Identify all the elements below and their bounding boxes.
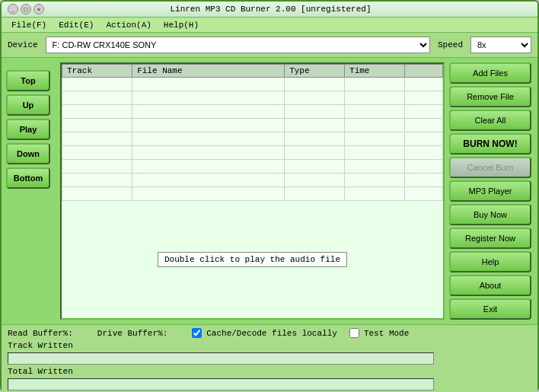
speed-label: Speed [438, 40, 463, 49]
table-row [62, 78, 443, 91]
drive-buffer-label: Drive Buffer%: [97, 329, 167, 338]
about-button[interactable]: About [449, 275, 531, 296]
test-mode-option: Test Mode [349, 328, 409, 338]
play-button[interactable]: Play [6, 119, 50, 140]
buffer-row: Read Buffer%: Drive Buffer%: Cache/Decod… [8, 328, 531, 338]
register-now-button[interactable]: Register Now [449, 228, 531, 249]
left-nav-panel: Top Up Play Down Bottom [6, 62, 56, 320]
help-button[interactable]: Help [449, 251, 531, 272]
speed-select[interactable]: 1x 2x 4x 8x 16x Max [470, 37, 531, 53]
menu-file[interactable]: File(F) [6, 19, 52, 31]
right-action-panel: Add Files Remove File Clear All BURN NOW… [449, 62, 533, 320]
track-written-label: Track Written [8, 341, 531, 350]
add-files-button[interactable]: Add Files [449, 62, 531, 84]
col-extra [405, 65, 443, 78]
title-bar: _ □ × Linren MP3 CD Burner 2.00 [unregis… [2, 2, 537, 18]
exit-button[interactable]: Exit [449, 298, 531, 320]
total-written-label: Total Written [8, 367, 531, 376]
bottom-area: Read Buffer%: Drive Buffer%: Cache/Decod… [2, 324, 537, 392]
table-row [62, 174, 443, 187]
table-row [62, 160, 443, 174]
bottom-button[interactable]: Bottom [6, 167, 50, 189]
read-buffer-label: Read Buffer%: [8, 329, 73, 338]
table-row [62, 119, 443, 132]
col-time: Time [345, 65, 405, 78]
menu-action[interactable]: Action(A) [100, 19, 156, 31]
table-row [62, 132, 443, 146]
maximize-button[interactable]: □ [21, 4, 31, 14]
hint-area: Double click to play the audio file [62, 201, 443, 318]
clear-all-button[interactable]: Clear All [449, 110, 531, 131]
test-mode-label: Test Mode [364, 329, 409, 338]
track-table-body [62, 78, 443, 201]
top-button[interactable]: Top [6, 70, 50, 91]
total-written-group: Total Written [8, 367, 531, 390]
table-row [62, 105, 443, 119]
device-toolbar: Device F: CD-RW CRX140E SONY Speed 1x 2x… [2, 33, 537, 58]
track-list-panel: Track File Name Type Time [60, 62, 445, 320]
track-written-bar-container [8, 352, 434, 365]
cache-checkbox[interactable] [192, 328, 202, 338]
device-select[interactable]: F: CD-RW CRX140E SONY [46, 37, 430, 53]
main-area: Top Up Play Down Bottom Track File Name … [2, 58, 537, 324]
remove-file-button[interactable]: Remove File [449, 86, 531, 107]
up-button[interactable]: Up [6, 94, 50, 116]
col-track: Track [62, 65, 132, 78]
cache-label: Cache/Decode files locally [206, 329, 337, 338]
total-written-bar-container [8, 378, 434, 390]
menu-help[interactable]: Help(H) [158, 19, 204, 31]
minimize-button[interactable]: _ [8, 4, 18, 14]
mp3-player-button[interactable]: MP3 Player [449, 180, 531, 202]
buy-now-button[interactable]: Buy Now [449, 204, 531, 225]
test-mode-checkbox[interactable] [349, 328, 359, 338]
menu-bar: File(F) Edit(E) Action(A) Help(H) [2, 18, 537, 33]
cancel-burn-button[interactable]: Cancel Burn [449, 157, 531, 178]
track-table: Track File Name Type Time [62, 64, 443, 201]
table-row [62, 187, 443, 201]
down-button[interactable]: Down [6, 143, 50, 164]
title-bar-controls: _ □ × [8, 4, 44, 14]
window-title: Linren MP3 CD Burner 2.00 [unregistered] [44, 5, 497, 14]
main-window: _ □ × Linren MP3 CD Burner 2.00 [unregis… [0, 0, 539, 392]
col-filename: File Name [132, 65, 285, 78]
cache-option: Cache/Decode files locally [192, 328, 337, 338]
col-type: Type [285, 65, 345, 78]
table-row [62, 146, 443, 160]
table-hint: Double click to play the audio file [158, 252, 347, 267]
burn-now-button[interactable]: BURN NOW! [449, 133, 531, 155]
close-button[interactable]: × [33, 4, 44, 14]
device-label: Device [8, 40, 38, 49]
table-header-row: Track File Name Type Time [62, 65, 443, 78]
track-written-group: Track Written [8, 341, 531, 365]
table-row [62, 91, 443, 105]
menu-edit[interactable]: Edit(E) [53, 19, 99, 31]
